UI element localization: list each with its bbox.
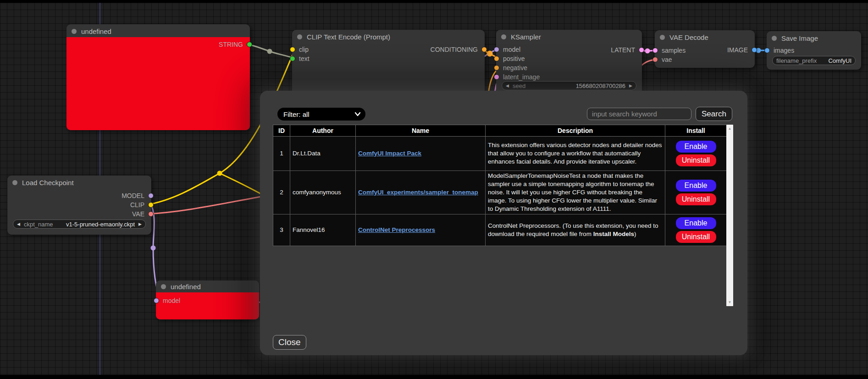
reroute-dot[interactable]: [267, 49, 272, 54]
decrement-arrow-icon[interactable]: ◀: [17, 222, 20, 226]
input-slot-samples[interactable]: samples: [652, 47, 686, 54]
cell-install: Enable Uninstall: [665, 137, 727, 171]
node-undefined-bottom[interactable]: undefined model: [156, 280, 259, 319]
input-slot-positive[interactable]: positive: [494, 55, 525, 62]
error-node-body: [156, 292, 259, 319]
input-slot-model[interactable]: model: [154, 297, 180, 304]
collapse-dot-icon[interactable]: [161, 284, 166, 289]
widget-value[interactable]: ComfyUI: [817, 57, 851, 64]
output-slot-model[interactable]: MODEL: [122, 192, 154, 199]
slot-dot-clip[interactable]: [290, 47, 295, 52]
collapse-dot-icon[interactable]: [660, 35, 665, 40]
slot-dot-conditioning[interactable]: [481, 47, 487, 52]
uninstall-button[interactable]: Uninstall: [676, 231, 716, 243]
input-slot-vae[interactable]: vae: [652, 56, 672, 63]
node-undefined-top[interactable]: undefined STRING: [66, 24, 250, 130]
input-slot-clip[interactable]: clip: [290, 46, 309, 53]
input-slot-text[interactable]: text: [290, 55, 310, 62]
ckpt-name-widget[interactable]: ◀ ckpt_name v1-5-pruned-emaonly.ckpt ▶: [13, 220, 146, 229]
slot-dot-model[interactable]: [494, 47, 499, 52]
node-save-image[interactable]: Save Image images filename_prefix ComfyU…: [767, 31, 861, 70]
output-slot-string[interactable]: STRING: [219, 41, 252, 48]
uninstall-button[interactable]: Uninstall: [676, 154, 716, 166]
slot-dot-text[interactable]: [290, 56, 295, 61]
cell-id: 1: [273, 137, 290, 171]
collapse-dot-icon[interactable]: [72, 29, 77, 34]
node-load-checkpoint[interactable]: Load Checkpoint MODEL CLIP VAE ◀ ckpt_na…: [7, 176, 151, 235]
extension-link[interactable]: ComfyUI_experiments/sampler_tonemap: [358, 189, 478, 196]
decrement-arrow-icon[interactable]: ◀: [506, 83, 509, 88]
node-header[interactable]: undefined: [66, 24, 250, 38]
slot-dot-positive[interactable]: [494, 56, 499, 61]
node-header[interactable]: Load Checkpoint: [7, 176, 151, 189]
cell-author: comfyanonymous: [290, 171, 356, 214]
widget-value[interactable]: v1-5-pruned-emaonly.ckpt: [57, 221, 135, 228]
slot-dot-image[interactable]: [752, 47, 757, 53]
output-slot-clip[interactable]: CLIP: [130, 202, 154, 208]
input-slot-images[interactable]: images: [764, 47, 794, 54]
increment-arrow-icon[interactable]: ▶: [629, 83, 632, 88]
cell-install: Enable Uninstall: [665, 214, 727, 246]
seed-widget[interactable]: ◀ seed 156680208700286 ▶: [502, 81, 636, 90]
output-slot-conditioning[interactable]: CONDITIONING: [431, 46, 487, 53]
description-bold-text: Install Models: [593, 231, 634, 237]
node-vae-decode[interactable]: VAE Decode samples vae IMAGE: [655, 30, 755, 68]
scroll-up-arrow-icon[interactable]: ▲: [726, 126, 733, 131]
output-slot-vae[interactable]: VAE: [132, 211, 154, 217]
slot-dot-images[interactable]: [764, 48, 770, 53]
input-slot-model[interactable]: model: [494, 46, 520, 53]
reroute-dot[interactable]: [487, 51, 493, 57]
slot-dot-clip[interactable]: [148, 202, 154, 208]
slot-label: vae: [662, 56, 672, 63]
extension-link[interactable]: ControlNet Preprocessors: [358, 226, 435, 233]
table-scrollbar[interactable]: ▲ ▼: [726, 125, 733, 306]
collapse-dot-icon[interactable]: [12, 180, 17, 185]
collapse-dot-icon[interactable]: [772, 36, 777, 41]
reroute-dot[interactable]: [645, 49, 650, 54]
column-header-description: Description: [486, 125, 665, 137]
slot-label: model: [503, 46, 520, 53]
reroute-dot[interactable]: [151, 246, 156, 251]
node-header[interactable]: Save Image: [767, 31, 861, 45]
widget-value[interactable]: 156680208700286: [529, 82, 625, 89]
slot-dot-latent[interactable]: [639, 47, 644, 53]
scroll-down-arrow-icon[interactable]: ▼: [726, 300, 733, 304]
increment-arrow-icon[interactable]: ▶: [138, 222, 142, 226]
slot-dot-negative[interactable]: [494, 65, 499, 71]
uninstall-button[interactable]: Uninstall: [676, 193, 716, 205]
search-input[interactable]: [587, 108, 691, 120]
slot-dot-string[interactable]: [247, 42, 252, 47]
search-button[interactable]: Search: [696, 107, 732, 121]
slot-dot-latent-image[interactable]: [494, 74, 499, 80]
cell-description: This extension offers various detector n…: [486, 137, 665, 171]
enable-button[interactable]: Enable: [676, 180, 716, 192]
input-slot-latent-image[interactable]: latent_image: [494, 74, 540, 80]
slot-dot-model[interactable]: [154, 298, 159, 303]
enable-button[interactable]: Enable: [676, 217, 716, 229]
close-button[interactable]: Close: [273, 335, 306, 350]
node-header[interactable]: KSampler: [496, 30, 642, 44]
column-header-author: Author: [290, 125, 356, 137]
input-slot-negative[interactable]: negative: [494, 65, 527, 71]
output-slot-latent[interactable]: LATENT: [611, 47, 644, 53]
slot-dot-vae[interactable]: [148, 211, 154, 217]
filter-select[interactable]: Filter: all: [277, 108, 365, 121]
reroute-dot[interactable]: [217, 171, 222, 176]
filename-prefix-widget[interactable]: filename_prefix ComfyUI: [772, 56, 856, 65]
node-header[interactable]: VAE Decode: [655, 30, 755, 44]
node-header[interactable]: undefined: [156, 280, 259, 292]
table-row: 2 comfyanonymous ComfyUI_experiments/sam…: [273, 171, 727, 214]
slot-dot-model[interactable]: [148, 193, 154, 198]
widget-label: seed: [513, 82, 525, 89]
enable-button[interactable]: Enable: [676, 141, 716, 153]
node-header[interactable]: CLIP Text Encode (Prompt): [292, 30, 485, 44]
slot-dot-samples[interactable]: [652, 48, 658, 53]
collapse-dot-icon[interactable]: [297, 34, 302, 39]
slot-label: positive: [503, 55, 525, 62]
output-slot-image[interactable]: IMAGE: [727, 47, 757, 53]
collapse-dot-icon[interactable]: [501, 34, 506, 39]
slot-dot-vae[interactable]: [652, 57, 658, 62]
extension-link[interactable]: ComfyUI Impact Pack: [358, 150, 421, 157]
slot-label: CLIP: [130, 201, 144, 209]
table-row: 1 Dr.Lt.Data ComfyUI Impact Pack This ex…: [273, 137, 727, 171]
